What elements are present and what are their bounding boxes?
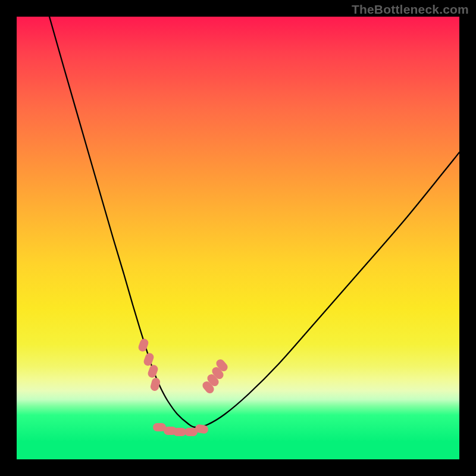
data-marker [147, 364, 159, 378]
data-marker [137, 337, 150, 352]
marker-layer [137, 337, 230, 436]
bottleneck-curve [49, 17, 459, 427]
data-marker [143, 352, 155, 367]
chart-svg [17, 17, 459, 459]
data-marker [173, 428, 186, 436]
chart-container: TheBottleneck.com [0, 0, 476, 476]
data-marker [149, 377, 161, 392]
watermark-text: TheBottleneck.com [352, 2, 469, 17]
